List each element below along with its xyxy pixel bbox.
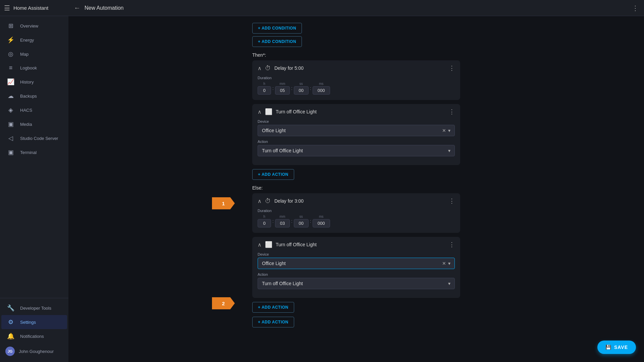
logbook-icon: ≡ [7, 64, 15, 71]
action-label: Action [258, 140, 455, 144]
sidebar-label-studio-code-server: Studio Code Server [20, 136, 58, 141]
media-icon: ▣ [7, 120, 15, 128]
sidebar-header: ☰ Home Assistant [0, 0, 68, 16]
user-profile[interactable]: JG John Goughenour [0, 343, 68, 359]
seconds-input[interactable] [294, 86, 309, 95]
else-minutes-container: mm [275, 215, 290, 227]
else-section: Else: 1 2 [252, 185, 460, 313]
more-menu-icon-4[interactable]: ⋮ [449, 241, 455, 248]
else-device-field[interactable]: Office Light ✕ ▾ [258, 258, 455, 269]
arrow-1-shape: 1 [212, 197, 235, 209]
else-field-actions: ✕ ▾ [442, 261, 450, 266]
clear-icon[interactable]: ✕ [442, 128, 446, 133]
device-field[interactable]: Office Light ✕ ▾ [258, 125, 455, 136]
collapse-icon-2: ∧ [258, 109, 262, 115]
sidebar-item-media[interactable]: ▣ Media [1, 117, 67, 131]
topbar-menu-button[interactable]: ⋮ [632, 4, 639, 12]
sidebar-label-energy: Energy [20, 38, 34, 43]
else-clear-icon[interactable]: ✕ [442, 261, 446, 266]
else-device-field-group: Device Office Light ✕ ▾ [258, 252, 455, 269]
add-action-else-button[interactable]: + ADD ACTION [252, 302, 294, 313]
sidebar-item-settings[interactable]: ⚙ Settings [1, 315, 67, 329]
action-field-group: Action Turn off Office Light ▾ [258, 140, 455, 156]
else-hours-label: h [263, 215, 265, 218]
delay-then-panel: ∧ ⏱ Delay for 5:00 ⋮ Duration h : [252, 60, 460, 100]
studio-code-icon: ◁ [7, 135, 15, 142]
hours-label: h [263, 82, 265, 86]
content-area: + ADD CONDITION + ADD CONDITION Then*: ∧… [68, 16, 644, 362]
hours-input[interactable] [258, 86, 271, 95]
sidebar-item-energy[interactable]: ⚡ Energy [1, 33, 67, 47]
back-button[interactable]: ← [74, 4, 80, 12]
delay-then-header[interactable]: ∧ ⏱ Delay for 5:00 ⋮ [252, 60, 460, 76]
action-value: Turn off Office Light [262, 148, 303, 153]
device-icon: ⬜ [265, 108, 272, 115]
save-button[interactable]: 💾 SAVE [597, 341, 636, 354]
sidebar-item-developer-tools[interactable]: 🔧 Developer Tools [1, 301, 67, 315]
action-field[interactable]: Turn off Office Light ▾ [258, 145, 455, 156]
backups-icon: ☁ [7, 92, 15, 100]
avatar: JG [5, 347, 15, 356]
sidebar-item-notifications[interactable]: 🔔 Notifications [1, 329, 67, 343]
else-hours-input[interactable] [258, 219, 271, 227]
else-ms-input[interactable] [313, 219, 330, 227]
duration-fields: h : mm : ss [258, 82, 455, 95]
timer-icon-2: ⏱ [265, 198, 271, 205]
arrow-annotation-2: 2 [212, 297, 235, 309]
add-action-then-button[interactable]: + ADD ACTION [252, 169, 294, 180]
then-section: Then*: ∧ ⏱ Delay for 5:00 ⋮ Duration h [252, 52, 460, 180]
topbar: ← New Automation ⋮ [68, 0, 644, 16]
add-condition-button-2[interactable]: + ADD CONDITION [252, 36, 302, 47]
else-minutes-label: mm [280, 215, 285, 218]
device-value: Office Light [262, 128, 286, 133]
menu-icon[interactable]: ☰ [4, 4, 10, 12]
more-menu-icon-2[interactable]: ⋮ [449, 108, 455, 115]
sidebar: ☰ Home Assistant ⊞ Overview ⚡ Energy ◎ M… [0, 0, 68, 362]
arrow-annotation-1: 1 [212, 197, 235, 209]
turn-off-else-header[interactable]: ∧ ⬜ Turn off Office Light ⋮ [252, 237, 460, 252]
arrow-2-label: 2 [222, 301, 225, 306]
else-action-dropdown-icon[interactable]: ▾ [448, 281, 450, 286]
turn-off-then-header[interactable]: ∧ ⬜ Turn off Office Light ⋮ [252, 104, 460, 119]
action-dropdown-icon[interactable]: ▾ [448, 148, 450, 153]
ms-input[interactable] [313, 86, 330, 95]
save-label: SAVE [614, 345, 628, 350]
sidebar-item-map[interactable]: ◎ Map [1, 47, 67, 61]
else-dropdown-icon[interactable]: ▾ [448, 261, 450, 266]
sidebar-item-overview[interactable]: ⊞ Overview [1, 19, 67, 33]
sidebar-label-settings: Settings [20, 320, 36, 325]
add-action-bottom-button[interactable]: + ADD ACTION [252, 317, 294, 327]
else-ms-label: ms [319, 215, 323, 218]
collapse-icon: ∧ [258, 65, 262, 71]
sidebar-label-logbook: Logbook [20, 65, 37, 70]
energy-icon: ⚡ [7, 36, 15, 44]
else-action-label: Action [258, 272, 455, 276]
sidebar-item-studio-code-server[interactable]: ◁ Studio Code Server [1, 131, 67, 145]
else-minutes-input[interactable] [275, 219, 290, 227]
app-title: Home Assistant [13, 5, 48, 11]
arrow-1-label: 1 [222, 201, 225, 206]
map-icon: ◎ [7, 50, 15, 58]
delay-else-body: Duration h : mm [252, 209, 460, 233]
ms-field-container: ms [313, 82, 330, 95]
sidebar-item-backups[interactable]: ☁ Backups [1, 89, 67, 103]
sidebar-item-hacs[interactable]: ◈ HACS [1, 103, 67, 117]
ms-label: ms [319, 82, 323, 86]
minutes-input[interactable] [275, 86, 290, 95]
user-name: John Goughenour [19, 349, 54, 354]
more-menu-icon[interactable]: ⋮ [449, 64, 455, 72]
else-action-field-group: Action Turn off Office Light ▾ [258, 272, 455, 289]
sidebar-item-logbook[interactable]: ≡ Logbook [1, 61, 67, 75]
delay-else-header[interactable]: ∧ ⏱ Delay for 3:00 ⋮ [252, 193, 460, 209]
sidebar-label-media: Media [20, 122, 32, 127]
sidebar-item-terminal[interactable]: ▣ Terminal [1, 145, 67, 159]
dropdown-icon[interactable]: ▾ [448, 128, 450, 133]
else-seconds-input[interactable] [294, 219, 309, 227]
sidebar-item-history[interactable]: 📈 History [1, 75, 67, 89]
more-menu-icon-3[interactable]: ⋮ [449, 197, 455, 205]
add-condition-button-1[interactable]: + ADD CONDITION [252, 23, 302, 34]
arrow-2-shape: 2 [212, 297, 235, 309]
sidebar-nav: ⊞ Overview ⚡ Energy ◎ Map ≡ Logbook 📈 Hi… [0, 16, 68, 298]
else-device-label: Device [258, 252, 455, 256]
else-action-field[interactable]: Turn off Office Light ▾ [258, 278, 455, 289]
